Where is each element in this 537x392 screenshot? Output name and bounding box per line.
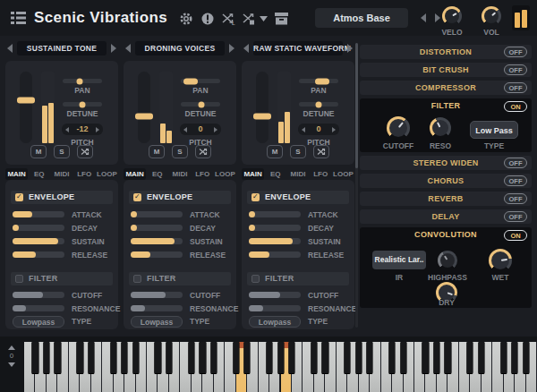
piano-black-key[interactable] — [367, 342, 373, 373]
distortion-toggle[interactable]: OFF — [504, 47, 527, 57]
piano-black-key[interactable] — [77, 342, 83, 373]
piano-black-key[interactable] — [244, 342, 251, 373]
menu-list-icon[interactable] — [11, 11, 27, 25]
attack-slider[interactable] — [249, 211, 301, 217]
piano-black-key[interactable] — [233, 342, 239, 373]
pan-slider[interactable] — [63, 79, 102, 83]
voice-prev-button[interactable] — [7, 44, 13, 53]
release-slider[interactable] — [13, 251, 64, 258]
piano-black-key[interactable] — [55, 342, 61, 373]
tab-main[interactable]: MAIN — [5, 168, 28, 180]
ir-selector-button[interactable]: Realistic Lar.. — [372, 251, 426, 269]
voice-volume-handle[interactable] — [17, 98, 35, 104]
tab-lfo[interactable]: LFO — [73, 168, 96, 180]
voice-volume-handle[interactable] — [253, 113, 271, 119]
voice-volume-handle[interactable] — [135, 113, 153, 119]
filter-reso-knob[interactable] — [430, 117, 451, 139]
filter-checkbox[interactable] — [133, 275, 141, 283]
piano-black-key[interactable] — [355, 342, 362, 373]
detune-handle[interactable] — [80, 101, 86, 107]
voice-name[interactable]: RAW STATIC WAVEFORM — [253, 41, 343, 55]
pan-handle[interactable] — [76, 78, 82, 84]
routing-icon[interactable] — [242, 12, 256, 26]
pan-slider[interactable] — [181, 79, 220, 83]
piano-black-key[interactable] — [388, 342, 395, 373]
resonance-slider[interactable] — [13, 305, 64, 311]
filter-toggle[interactable]: ON — [504, 101, 527, 112]
piano-black-key[interactable] — [478, 342, 484, 373]
midi-learn-icon[interactable]: L — [221, 12, 235, 26]
piano-black-key[interactable] — [345, 342, 351, 373]
resonance-slider[interactable] — [131, 305, 183, 311]
detune-handle[interactable] — [198, 101, 204, 107]
fx-row-compressor[interactable]: COMPRESSOR OFF — [360, 81, 532, 95]
highpass-knob[interactable] — [438, 251, 457, 270]
piano-black-key[interactable] — [511, 342, 517, 373]
archive-icon[interactable] — [274, 12, 288, 26]
pan-slider[interactable] — [299, 79, 338, 83]
pitch-stepper[interactable]: 0 — [180, 124, 221, 135]
octave-down-button[interactable] — [8, 362, 15, 367]
filter-type-button[interactable]: Lowpass — [131, 316, 183, 328]
sustain-slider[interactable] — [131, 238, 183, 244]
cutoff-slider[interactable] — [131, 292, 183, 298]
piano-black-key[interactable] — [523, 342, 529, 373]
mute-button[interactable]: M — [149, 145, 165, 158]
piano-black-key[interactable] — [210, 342, 217, 373]
pan-handle[interactable] — [315, 78, 329, 84]
voice-name[interactable]: SUSTAINED TONE — [17, 41, 107, 55]
piano-black-key[interactable] — [400, 342, 406, 373]
pitch-increment-icon[interactable] — [214, 127, 217, 132]
attack-slider[interactable] — [131, 211, 183, 217]
stereowiden-toggle[interactable]: OFF — [504, 158, 527, 168]
filter-cutoff-knob[interactable] — [387, 116, 410, 140]
preset-prev-button[interactable] — [421, 13, 426, 22]
decay-slider[interactable] — [249, 225, 301, 231]
piano-black-key[interactable] — [422, 342, 429, 373]
shuffle-button[interactable] — [313, 145, 329, 158]
piano-black-key[interactable] — [200, 342, 206, 373]
delay-toggle[interactable]: OFF — [504, 211, 527, 222]
fx-scrollbar[interactable] — [355, 43, 358, 328]
tab-loop[interactable]: LOOP — [332, 168, 354, 180]
voice-name[interactable]: DRONING VOICES — [135, 41, 225, 55]
voice-prev-button[interactable] — [243, 44, 249, 53]
decay-slider[interactable] — [13, 225, 64, 231]
solo-button[interactable]: S — [54, 145, 70, 158]
tab-lfo[interactable]: LFO — [310, 168, 332, 180]
piano-black-key[interactable] — [445, 342, 451, 373]
envelope-checkbox[interactable] — [133, 193, 141, 201]
gear-icon[interactable] — [179, 12, 193, 26]
tab-eq[interactable]: EQ — [146, 168, 168, 180]
tab-loop[interactable]: LOOP — [214, 168, 236, 180]
tab-eq[interactable]: EQ — [28, 168, 50, 180]
piano-black-key[interactable] — [166, 342, 172, 373]
convolution-toggle[interactable]: ON — [504, 230, 527, 241]
fx-row-reverb[interactable]: REVERB OFF — [360, 192, 532, 206]
piano-black-key[interactable] — [110, 342, 116, 373]
tab-lfo[interactable]: LFO — [192, 168, 214, 180]
piano-black-key[interactable] — [188, 342, 194, 373]
filter-checkbox[interactable] — [15, 275, 23, 283]
voice-next-button[interactable] — [347, 44, 353, 53]
chevron-down-icon[interactable] — [260, 16, 274, 30]
piano-black-key[interactable] — [266, 342, 272, 373]
detune-slider[interactable] — [181, 102, 220, 107]
wet-knob[interactable] — [489, 249, 512, 272]
velocity-knob[interactable] — [442, 6, 462, 26]
filter-type-button[interactable]: Lowpass — [13, 316, 64, 328]
piano-black-key[interactable] — [467, 342, 473, 373]
shuffle-button[interactable] — [195, 145, 211, 158]
mute-button[interactable]: M — [30, 145, 47, 158]
tab-midi[interactable]: MIDI — [286, 168, 309, 180]
info-icon[interactable] — [200, 12, 215, 26]
piano-keyboard[interactable] — [24, 342, 537, 392]
voice-next-button[interactable] — [229, 44, 234, 53]
piano-black-key[interactable] — [433, 342, 439, 373]
filter-type-button[interactable]: Low Pass — [470, 121, 518, 139]
fx-row-chorus[interactable]: CHORUS OFF — [360, 174, 532, 188]
piano-black-key[interactable] — [32, 342, 38, 373]
tab-main[interactable]: MAIN — [242, 168, 264, 180]
filter-checkbox[interactable] — [251, 275, 260, 283]
envelope-checkbox[interactable] — [251, 193, 260, 201]
